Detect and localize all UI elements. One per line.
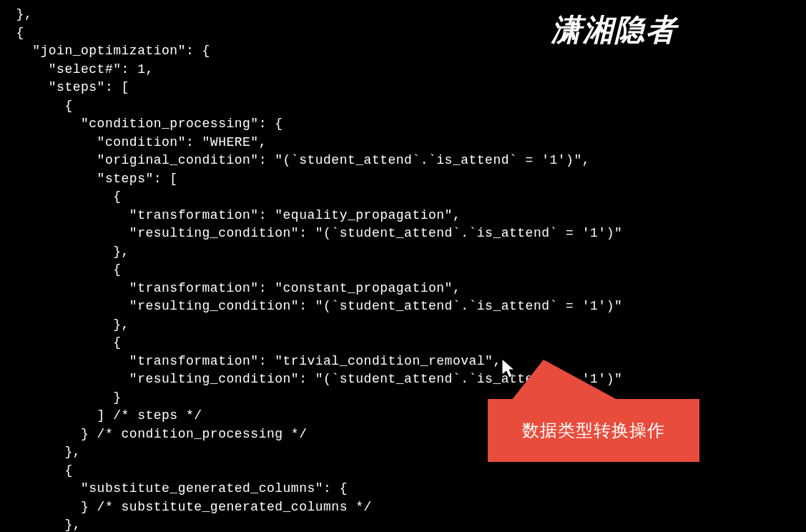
callout-label: 数据类型转换操作 [522, 419, 665, 442]
svg-marker-0 [511, 360, 619, 400]
mouse-cursor-icon [501, 358, 516, 380]
watermark-text: 潇湘隐者 [551, 10, 677, 50]
callout-box: 数据类型转换操作 [488, 399, 699, 462]
